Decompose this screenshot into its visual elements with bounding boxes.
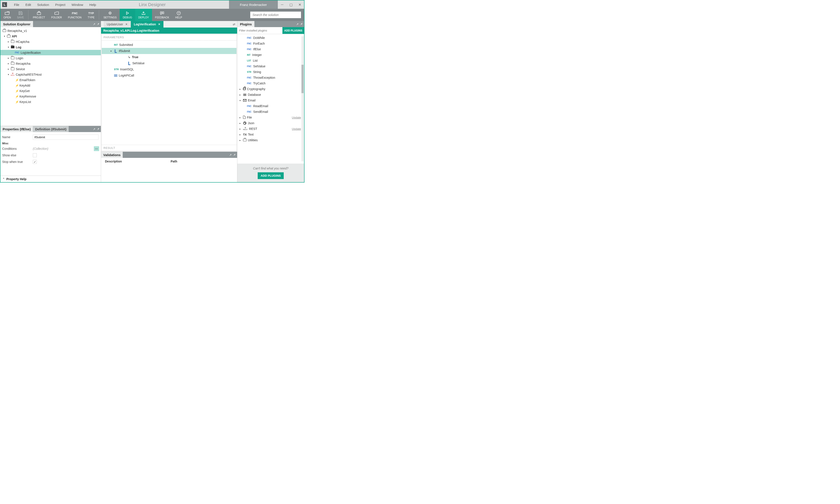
plugin-filter-input[interactable] — [237, 27, 282, 34]
ellipsis-button[interactable]: … — [94, 146, 99, 151]
plugin-category[interactable]: ▸Json — [237, 120, 304, 126]
chevron-down-icon[interactable]: ▾ — [110, 50, 113, 52]
plugin-item[interactable]: FNCThrowException — [237, 75, 304, 80]
folder-button[interactable]: FOLDER — [48, 9, 65, 21]
plugin-category[interactable]: ▸TXText — [237, 132, 304, 137]
pin-icon[interactable]: 📌︎ — [233, 153, 236, 157]
popout-icon[interactable]: ↗ — [93, 22, 95, 26]
plugin-category[interactable]: ▸Database — [237, 92, 304, 97]
settings-button[interactable]: ⚙ SETTINGS — [101, 9, 120, 21]
tree-event[interactable]: ⚡KeyAdd — [0, 83, 101, 88]
menu-solution[interactable]: Solution — [37, 3, 49, 6]
popout-icon[interactable]: ↗ — [296, 22, 299, 26]
scrollbar-thumb[interactable] — [301, 65, 304, 93]
showelse-checkbox[interactable] — [33, 153, 37, 157]
add-plugins-button[interactable]: ADD PLUGINS — [282, 27, 304, 34]
flow-insertsql[interactable]: STR InsertSQL — [102, 66, 236, 72]
popout-icon[interactable]: ↗ — [93, 127, 95, 131]
tabs-overflow-icon[interactable]: ⇄ — [231, 21, 237, 28]
chevron-right-icon[interactable]: ▸ — [239, 133, 242, 136]
plugin-item[interactable]: FNCDoWhile — [237, 35, 304, 41]
plugin-item[interactable]: FNCSendEmail — [237, 109, 304, 114]
chevron-right-icon[interactable]: ▸ — [239, 88, 242, 90]
plugin-item[interactable]: LSTList — [237, 58, 304, 64]
project-button[interactable]: PROJECT — [30, 9, 48, 21]
tab-logverification[interactable]: LogVerification ✕ — [131, 21, 164, 28]
help-button[interactable]: ? HELP — [172, 9, 185, 21]
chevron-right-icon[interactable]: ▸ — [239, 128, 242, 130]
minimize-button[interactable]: ─ — [278, 0, 287, 9]
plugin-category[interactable]: ▾Email — [237, 97, 304, 103]
tree-event[interactable]: ⚡KeyRemove — [0, 94, 101, 99]
menu-window[interactable]: Window — [72, 3, 83, 6]
pin-icon[interactable]: 📌︎ — [300, 22, 303, 26]
flow-logapicall[interactable]: LogAPICall — [102, 72, 236, 78]
feedback-button[interactable]: FEEDBACK — [152, 9, 172, 21]
tree-event[interactable]: ⚡EmailToken — [0, 77, 101, 83]
plugin-item[interactable]: FNCForEach — [237, 41, 304, 46]
debug-button[interactable]: DEBUG — [120, 9, 135, 21]
tree-event[interactable]: ⚡KeyGet — [0, 88, 101, 94]
plugin-scrollbar[interactable] — [301, 36, 304, 161]
pin-icon[interactable]: 📌︎ — [97, 22, 100, 26]
tree-api[interactable]: ▾ API — [0, 34, 101, 39]
stopwhentrue-checkbox[interactable]: ✓ — [33, 160, 37, 164]
chevron-right-icon[interactable]: ▸ — [239, 122, 242, 124]
chevron-right-icon[interactable]: ▸ — [239, 116, 242, 119]
add-plugins-footer-button[interactable]: ADD PLUGINS — [258, 172, 284, 179]
tree-logverification[interactable]: FNC LogVerification — [0, 50, 101, 55]
chevron-right-icon[interactable]: ▸ — [7, 62, 10, 65]
flow-setvalue[interactable]: SetValue — [102, 60, 236, 66]
function-button[interactable]: FNC FUNCTION — [65, 9, 85, 21]
flow-ifsubmit[interactable]: ▾ IfSubmit — [102, 48, 236, 54]
plugin-category[interactable]: ▸Cryptography — [237, 86, 304, 92]
property-help-bar[interactable]: ⌃ Property Help — [0, 176, 101, 182]
tree-resthost[interactable]: ▾ ⚙REST CaptchaRESTHost — [0, 72, 101, 77]
menu-edit[interactable]: Edit — [25, 3, 31, 6]
flow-true[interactable]: ↳ True — [102, 54, 236, 60]
close-button[interactable]: ✕ — [295, 0, 304, 9]
flow-submitted[interactable]: INT Submitted — [102, 42, 236, 48]
popout-icon[interactable]: ↗ — [229, 153, 232, 157]
chevron-down-icon[interactable]: ▾ — [3, 35, 6, 37]
chevron-down-icon[interactable]: ▾ — [7, 46, 10, 48]
tree-sevice[interactable]: ▸ Sevice — [0, 66, 101, 72]
plugin-category[interactable]: ▸FileUpdate — [237, 114, 304, 120]
plugin-item[interactable]: FNCTryCatch — [237, 80, 304, 86]
search-input[interactable] — [250, 12, 301, 18]
tab-definition[interactable]: Definition (IfSubmit) — [33, 126, 69, 132]
tree-root[interactable]: Recaptcha_v1 — [0, 28, 101, 34]
deploy-button[interactable]: DEPLOY — [135, 9, 152, 21]
tree-recaptcha[interactable]: ▸ Recaptcha — [0, 61, 101, 66]
plugin-item[interactable]: FNCIfElse — [237, 46, 304, 52]
chevron-down-icon[interactable]: ▾ — [7, 73, 10, 76]
tree-log[interactable]: ▾ Log — [0, 44, 101, 50]
tree-login[interactable]: ▸ Login — [0, 55, 101, 61]
menu-project[interactable]: Project — [55, 3, 66, 6]
tree-hcaptcha[interactable]: ▸ HCaptcha — [0, 39, 101, 44]
close-tab-icon[interactable]: ✕ — [125, 23, 127, 26]
chevron-right-icon[interactable]: ▸ — [7, 57, 10, 59]
chevron-right-icon[interactable]: ▸ — [239, 94, 242, 96]
plugin-category[interactable]: ▸Utilities — [237, 137, 304, 143]
plugin-category[interactable]: ▸⚙RESTRESTUpdate — [237, 126, 304, 132]
plugin-item[interactable]: STRString — [237, 69, 304, 75]
chevron-down-icon[interactable]: ▾ — [239, 99, 242, 102]
menu-help[interactable]: Help — [89, 3, 96, 6]
plugin-item[interactable]: INTInteger — [237, 52, 304, 58]
chevron-right-icon[interactable]: ▸ — [239, 139, 242, 142]
tab-properties[interactable]: Properties (IfElse) — [0, 126, 33, 132]
chevron-right-icon[interactable]: ▸ — [7, 68, 10, 70]
type-button[interactable]: TYP TYPE — [85, 9, 97, 21]
close-tab-icon[interactable]: ✕ — [158, 23, 160, 26]
prop-name-input[interactable] — [33, 134, 99, 140]
tab-updateuser[interactable]: UpdateUser ✕ — [104, 21, 131, 28]
chevron-right-icon[interactable]: ▸ — [7, 40, 10, 43]
tree-event[interactable]: ⚡KeysList — [0, 99, 101, 105]
menu-file[interactable]: File — [14, 3, 19, 6]
user-tab[interactable]: Franz Rodenacker — [229, 0, 278, 9]
open-button[interactable]: OPEN — [0, 9, 14, 21]
plugin-item[interactable]: FNCReadEmail — [237, 103, 304, 109]
plugin-item[interactable]: FNCSetValue — [237, 64, 304, 69]
maximize-button[interactable]: ▢ — [287, 0, 295, 9]
